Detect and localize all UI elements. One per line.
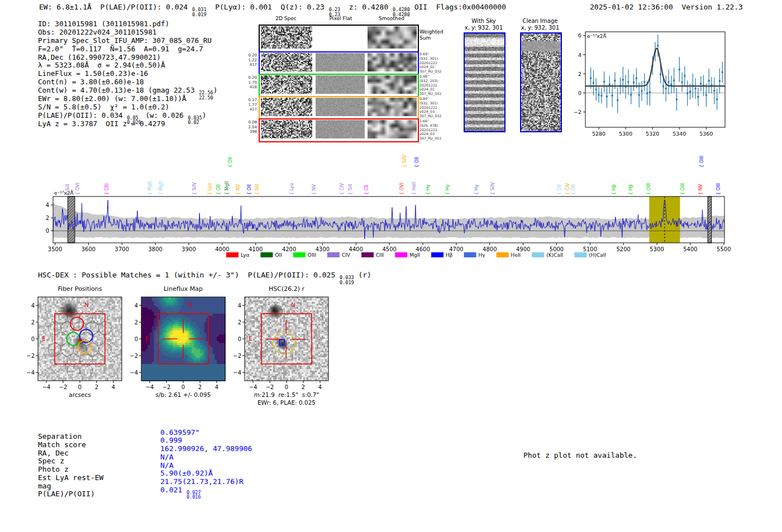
info-line: LineFlux = 1.50(±0.23)e-16 [38,70,217,78]
text-part: 0.999 [160,436,182,444]
source-label: (932, 293) [419,79,438,83]
source-label: 307_RU_031 [419,92,441,95]
match-table-value: 0.021 0.0270.016 [160,485,201,500]
source-label: (932, 301) [419,101,438,105]
text-part: LyA z = 3.3787 OII z = 0.4279 [38,119,165,128]
info-line: Primary Spec_Slot_IFU_AMP: 307_085_076_R… [38,37,217,45]
text-part: P(LAE)/P(OII): 0.034 [38,111,127,119]
2d-spec-row [259,51,419,75]
clean-image-title-line: Clean Image [504,18,576,25]
source-label: 0.69" [419,52,429,56]
info-line: S/N = 5.8(±0.5) χ² = 1.0(±0.2) [38,103,217,112]
source-label: (932, 301) [419,56,438,60]
text-part: Primary Spec_Slot_IFU_AMP: 307_085_076_R… [38,36,212,45]
text-part: LineFlux = 1.50(±0.23)e-16 [38,69,148,78]
with-sky-cutout-image [464,32,506,132]
text-part: (r) [354,271,371,279]
2d-flat-image [316,75,365,94]
source-label: 1.66" [419,119,429,123]
2d-spec-row [259,74,419,98]
text-part: (w: 0.026 [141,111,188,119]
scale-value: 0.17 [248,98,257,102]
2d-row-scale-labels: 0.201.22417 [246,53,257,68]
source-label: Weighted [419,29,444,35]
info-line: P(LAE)/P(OII): 0.034 0.050.026 (w: 0.026… [38,112,217,120]
stacked-uncertainty: 22.5622.50 [199,91,213,100]
text-part: Obs: 20201222v024_3011015981 [38,28,156,36]
match-table-value: 162.990926, 47.989906 [160,444,252,453]
uncertainty-lo: 0.019 [340,280,354,285]
text-part: OII Flags:0x00400000 [410,3,506,11]
2d-spec-image [261,120,312,138]
text-part: EWr = 8.80(±2.00) (w: 7.00(±1.10))Å [38,94,186,103]
2d-row-source-labels: 0.89"(932, 301)20201222v024_03307_RU_032 [419,97,449,118]
text-part: 5.90(±0.92)Å [160,469,213,477]
source-label: v024_03 [419,132,435,136]
2d-spec-image [261,98,312,116]
2d-row-source-labels: WeightedSum [419,29,444,41]
scale-value: 417 [250,107,257,112]
scale-value: 1.70 [248,80,257,85]
stacked-uncertainty: 0.0270.016 [187,490,201,499]
text-part: EW: 6.8±1.1Å P(LAE)/P(OII): 0.024 [39,3,192,11]
info-line: F=2.0" T̄=0.117 N̄=1.56 A=0.91 g=24.7 [38,45,217,54]
text-part: z: 0.4280 [340,3,393,11]
2d-spec-image [261,75,312,94]
info-line: ID: 3011015981 (3011015981.pdf) [38,20,217,28]
info-line: Cont(n) = 3.80(±0.60)e-18 [38,78,217,87]
full-spectrum-chart [34,146,751,261]
header-timestamp: 2025-01-02 12:36:00 Version 1.22.3 [590,2,743,12]
2d-smooth-image [368,75,417,94]
info-line: Obs: 20201222v024_3011015981 [38,28,217,37]
source-label: 307_RU_032 [419,69,441,73]
scale-value: 2.04 [248,125,257,130]
info-line: EWr = 8.80(±2.00) (w: 7.00(±1.10))Å [38,95,217,103]
2d-row-source-labels: 1.66"(929, 478)20201222v024_03307_RU_051 [419,119,449,141]
lineflux-map-plot [126,282,235,402]
text-part: P(Lyα): 0.001 Q(z): 0.23 [207,3,329,11]
clean-image-coords: x, y: 932, 301 [504,25,576,31]
clean-image-title: Clean Image x, y: 932, 301 [504,18,576,31]
text-part: 162.990926, 47.989906 [160,444,252,453]
line-fit-chart [570,25,737,137]
uncertainty-lo: 0.016 [187,495,201,500]
header-summary: EW: 6.8±1.1Å P(LAE)/P(OII): 0.024 0.0310… [39,2,506,17]
text-part: S/N = 5.8(±0.5) χ² = 1.0(±0.2) [38,103,169,111]
text-part: RA,Dec (162.990723,47.990021) [38,53,161,61]
text-part: 0.639597" [160,428,199,437]
scale-value: 1.77 [248,103,257,107]
text-part: 21.75(21.73,21.76)R [160,477,244,486]
hsc-cutout-plot [229,282,338,409]
source-label: 20201222 [419,128,437,132]
source-label: v024_01 [419,87,435,91]
2d-row-scale-labels: 0.082.04398 [246,120,257,135]
2d-spec-row [259,25,419,52]
2d-flat-image [316,53,365,71]
elixer-report-page: EW: 6.8±1.1Å P(LAE)/P(OII): 0.024 0.0310… [0,0,782,532]
text-part: ) [213,86,218,94]
2d-row-source-labels: 0.96"(932, 293)20201222v024_01307_RU_031 [419,74,449,96]
scale-value: 0.20 [248,53,257,57]
2d-row-scale-labels: 0.171.77417 [246,98,257,112]
2d-flat-image [316,120,365,138]
source-label: 0.89" [419,97,429,100]
scale-value: 0.20 [248,75,257,80]
text-part: Cont(n) = 3.80(±0.60)e-18 [38,78,144,86]
2d-spec-row [259,96,419,120]
col-header-smoothed: Smoothed [366,16,417,21]
detection-info-block: ID: 3011015981 (3011015981.pdf)Obs: 2020… [38,20,217,128]
scale-value: 417 [250,63,257,67]
report-datetime: 2025-01-02 12:36:00 [590,3,673,11]
2d-spec-image [261,26,312,49]
source-label: 20201222 [419,106,437,109]
2d-smooth-image [368,98,417,116]
stacked-uncertainty: 0.0310.019 [192,8,207,17]
match-table-label: P(LAE)/P(OII) [38,489,95,499]
uncertainty-lo: 0.02 [188,120,202,125]
source-label: 0.96" [419,74,429,78]
source-label: (929, 478) [419,123,438,127]
clean-image-cutout [520,32,562,132]
col-header-pixel-flat: Pixel Flat [316,16,366,21]
2d-row-scale-labels: 0.201.70418 [246,75,257,90]
photz-note: Phot z plot not available. [523,450,637,460]
